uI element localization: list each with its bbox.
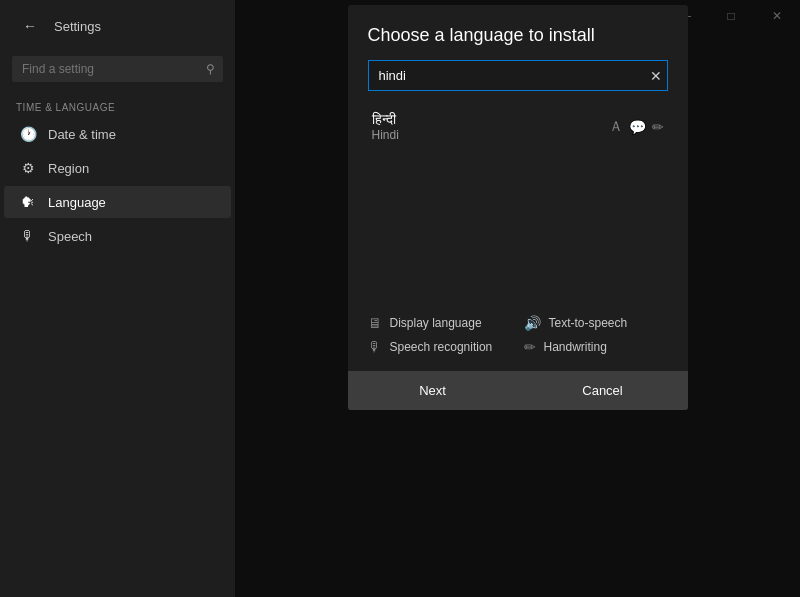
speech-capability-icon: 💬 — [629, 119, 646, 135]
main-area: — □ ✕ Choose a language to install ✕ हिन… — [235, 0, 800, 597]
display-language-icon: 🖥 — [368, 315, 382, 331]
language-info: हिन्दी Hindi — [372, 111, 399, 142]
sidebar-header: ← Settings — [0, 0, 235, 52]
region-icon: ⚙ — [20, 160, 36, 176]
sidebar-item-date-time[interactable]: 🕐 Date & time — [4, 118, 231, 150]
text-icon: Ａ — [609, 118, 623, 136]
language-item-hindi[interactable]: हिन्दी Hindi Ａ 💬 ✏ — [368, 103, 668, 150]
modal-features: 🖥 Display language 🔊 Text-to-speech 🎙 Sp… — [368, 315, 668, 355]
sidebar: ← Settings ⚲ Time & Language 🕐 Date & ti… — [0, 0, 235, 597]
language-list: हिन्दी Hindi Ａ 💬 ✏ — [368, 103, 668, 303]
date-time-label: Date & time — [48, 127, 116, 142]
sidebar-title: Settings — [54, 19, 101, 34]
language-icon: 🗣 — [20, 194, 36, 210]
feature-speech-recognition: 🎙 Speech recognition — [368, 339, 512, 355]
find-setting-input[interactable] — [12, 56, 223, 82]
speech-label: Speech — [48, 229, 92, 244]
modal-title: Choose a language to install — [348, 5, 688, 60]
region-label: Region — [48, 161, 89, 176]
text-to-speech-label: Text-to-speech — [549, 316, 628, 330]
sidebar-item-speech[interactable]: 🎙 Speech — [4, 220, 231, 252]
speech-recognition-icon: 🎙 — [368, 339, 382, 355]
speech-recognition-label: Speech recognition — [390, 340, 493, 354]
sidebar-item-region[interactable]: ⚙ Region — [4, 152, 231, 184]
handwriting-icon: ✏ — [524, 339, 536, 355]
section-label: Time & Language — [0, 94, 235, 117]
search-icon: ⚲ — [206, 62, 215, 76]
back-button[interactable]: ← — [16, 12, 44, 40]
modal-overlay: Choose a language to install ✕ हिन्दी Hi… — [235, 0, 800, 597]
handwriting-label: Handwriting — [544, 340, 607, 354]
clear-search-button[interactable]: ✕ — [650, 68, 662, 84]
feature-handwriting: ✏ Handwriting — [524, 339, 668, 355]
feature-display-language: 🖥 Display language — [368, 315, 512, 331]
modal-actions: Next Cancel — [348, 371, 688, 410]
date-time-icon: 🕐 — [20, 126, 36, 142]
search-box: ⚲ — [12, 56, 223, 82]
language-search-field: ✕ — [368, 60, 668, 91]
language-english: Hindi — [372, 128, 399, 142]
language-native: हिन्दी — [372, 111, 399, 128]
sidebar-item-language[interactable]: 🗣 Language — [4, 186, 231, 218]
speech-icon: 🎙 — [20, 228, 36, 244]
feature-text-to-speech: 🔊 Text-to-speech — [524, 315, 668, 331]
display-language-label: Display language — [390, 316, 482, 330]
cancel-button[interactable]: Cancel — [518, 371, 688, 410]
next-button[interactable]: Next — [348, 371, 518, 410]
choose-language-modal: Choose a language to install ✕ हिन्दी Hi… — [348, 5, 688, 410]
language-search-input[interactable] — [368, 60, 668, 91]
text-to-speech-icon: 🔊 — [524, 315, 541, 331]
language-capability-icons: Ａ 💬 ✏ — [609, 118, 664, 136]
handwriting-capability-icon: ✏ — [652, 119, 664, 135]
language-label: Language — [48, 195, 106, 210]
